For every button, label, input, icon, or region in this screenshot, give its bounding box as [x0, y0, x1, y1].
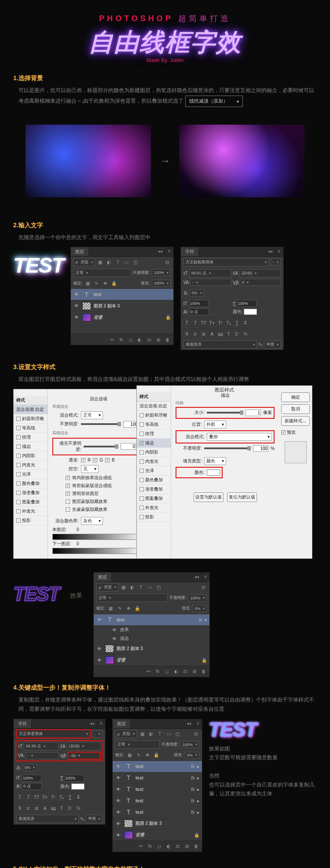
style-drop-shadow[interactable]: 投影 [14, 516, 48, 525]
blend-mode-dropdown[interactable]: 线性减淡（添加）▾ [185, 96, 243, 107]
size-slider[interactable] [207, 412, 243, 414]
aa-select[interactable]: 平滑▾ [264, 340, 281, 349]
filter-shape-icon[interactable]: ▭ [123, 259, 130, 266]
size-highlight[interactable]: τT82.39 点▾ [18, 742, 59, 750]
hscale-field[interactable]: T̲ [233, 300, 281, 307]
mode-select[interactable]: 正常▾ [81, 411, 103, 419]
stroke-mode-select[interactable]: 叠加▾ [207, 433, 272, 441]
filter-smart-icon[interactable]: ◫ [132, 259, 139, 266]
blend-options[interactable]: 混合选项:自定 [14, 405, 48, 414]
allcaps-icon[interactable]: TT [200, 319, 207, 326]
font-size-field[interactable]: τT68.51 点▾ [183, 269, 231, 277]
track-highlight[interactable]: V͟A-50▾ [60, 752, 101, 760]
underline-icon[interactable]: T [234, 319, 241, 326]
kerning-field[interactable]: VA-▾ [183, 279, 231, 286]
filter-adjust-icon[interactable]: ◐ [106, 259, 113, 266]
style-outer-glow[interactable]: 外发光 [14, 507, 48, 516]
chk-g[interactable] [93, 458, 97, 462]
filter-type-icon[interactable]: T [114, 259, 121, 266]
new-icon[interactable]: ⊞ [154, 336, 162, 343]
test-final-1: TEST [209, 719, 317, 741]
section-1-title: 1.选择背景 [13, 74, 317, 82]
style-select[interactable]: -▾ [271, 259, 281, 266]
link-icon[interactable]: ⚯ [108, 336, 116, 343]
fill-opacity-input[interactable] [121, 443, 136, 450]
lock-pixel-icon[interactable]: ✎ [93, 280, 100, 287]
style-color-overlay[interactable]: 颜色叠加 [14, 479, 48, 488]
super-icon[interactable]: T¹ [217, 319, 224, 326]
style-stroke-sel[interactable]: 描边 [137, 439, 171, 448]
style-inner-shadow[interactable]: 内阴影 [14, 451, 48, 461]
font-select[interactable]: 方正超粗黑简体▾ [183, 258, 269, 266]
sub-icon[interactable]: T₁ [225, 319, 232, 326]
eye-icon[interactable]: 👁 [73, 315, 80, 320]
filltype-select[interactable]: 颜色▾ [204, 457, 226, 465]
reset-default-button[interactable]: 复位为默认值 [227, 492, 257, 502]
section-1: 1.选择背景 可以是图片，也可以自己画，标题部分的颜色为新建图层，画笔选好颜色后… [0, 68, 330, 114]
this-layer-gradient[interactable] [52, 534, 145, 540]
set-default-button[interactable]: 设置为默认值 [194, 492, 224, 502]
trash-icon[interactable]: 🗑 [164, 336, 172, 343]
style-stroke[interactable]: 描边 [14, 442, 48, 451]
style-contour[interactable]: 等高线 [14, 424, 48, 433]
blendif-select[interactable]: 灰色▾ [81, 517, 103, 525]
opacity-slider[interactable] [81, 423, 121, 425]
layers-tab[interactable]: 图层 [71, 247, 89, 256]
mask-icon[interactable]: ◻ [127, 336, 135, 343]
stroke-color-swatch[interactable] [207, 469, 220, 476]
preview-check[interactable] [281, 430, 286, 435]
fill-select[interactable]: 100%▾ [152, 280, 171, 287]
style-bevel[interactable]: 斜面和浮雕 [14, 414, 48, 424]
panel-menu-icon[interactable]: ≡ [165, 247, 173, 256]
adjust-icon[interactable]: ◐ [136, 336, 144, 343]
collapse-icon[interactable]: ◂◂ [155, 247, 165, 256]
baseline-field[interactable]: Aͣ [183, 308, 231, 315]
smallcaps-icon[interactable]: Tᴛ [209, 319, 216, 326]
style-pattern-overlay[interactable]: 图案叠加 [14, 498, 48, 507]
lock-pos-icon[interactable]: ✥ [102, 280, 109, 287]
chevron-down-icon[interactable]: ▾ [205, 617, 207, 622]
bold-icon[interactable]: T [183, 319, 191, 326]
new-style-button[interactable]: 新建样式... [281, 416, 310, 426]
knockout-select[interactable]: 无▾ [81, 465, 99, 473]
leading-field[interactable]: ‡A(自动)▾ [233, 269, 281, 277]
vscale-field[interactable]: IT [183, 300, 231, 307]
color-field[interactable]: 颜色: [233, 308, 281, 315]
blend-mode-select[interactable]: 正常▾ [73, 269, 131, 277]
eye-icon[interactable]: 👁 [73, 292, 80, 297]
layer-test-fx[interactable]: 👁T test fx▾ [94, 614, 209, 625]
style-gradient-overlay[interactable]: 渐变叠加 [14, 488, 48, 498]
tracking-field[interactable]: V͟A0▾ [233, 279, 281, 286]
italic-icon[interactable]: T [192, 319, 199, 326]
lang-select[interactable]: 美国英语▾ [183, 340, 257, 349]
filter-pixel-icon[interactable]: ▦ [97, 259, 104, 266]
lock-trans-icon[interactable]: ▦ [84, 280, 91, 287]
font-select-highlight[interactable]: 方正录变简体▾ [16, 729, 91, 739]
header-author: Made By. Julien [0, 57, 330, 63]
strike-icon[interactable]: T [242, 319, 249, 326]
style-texture[interactable]: 纹理 [14, 433, 48, 442]
layer-filter-kind[interactable]: ρ类型▾ [73, 258, 95, 266]
layer-test[interactable]: 👁 T test [71, 288, 173, 300]
style-satin[interactable]: 光泽 [14, 470, 48, 479]
group-icon[interactable]: 🗀 [145, 336, 153, 343]
filter-toggle[interactable]: ⊟ [164, 259, 171, 266]
layer-copy[interactable]: 👁 图层 2 副本 3 [71, 300, 173, 311]
char-tab[interactable]: 字符 [181, 247, 199, 256]
under-layer-gradient[interactable] [52, 548, 145, 554]
section-4: 4.关键成型一步！复制并调整字体！ 复制图层，并随意调整各种字体，通过图层线框本… [0, 677, 330, 859]
lock-all-icon[interactable]: 🔒 [110, 280, 117, 287]
collapse-icon[interactable]: ◂◂ [265, 247, 275, 256]
style-inner-glow[interactable]: 内发光 [14, 461, 48, 470]
layer-bg[interactable]: 👁 背景 🔒 [71, 311, 173, 323]
eye-icon[interactable]: 👁 [73, 303, 80, 308]
chk-b[interactable] [105, 458, 110, 462]
opacity-select[interactable]: 100%▾ [152, 269, 171, 276]
chk-r[interactable] [81, 458, 85, 462]
fx-icon[interactable]: fx [117, 336, 125, 343]
tsume-field[interactable]: 0%▾ [190, 289, 204, 296]
panel-menu-icon[interactable]: ≡ [275, 247, 283, 256]
cancel-button[interactable]: 取消 [281, 404, 310, 414]
ok-button[interactable]: 确定 [281, 392, 310, 402]
pos-select[interactable]: 外部▾ [204, 421, 226, 428]
